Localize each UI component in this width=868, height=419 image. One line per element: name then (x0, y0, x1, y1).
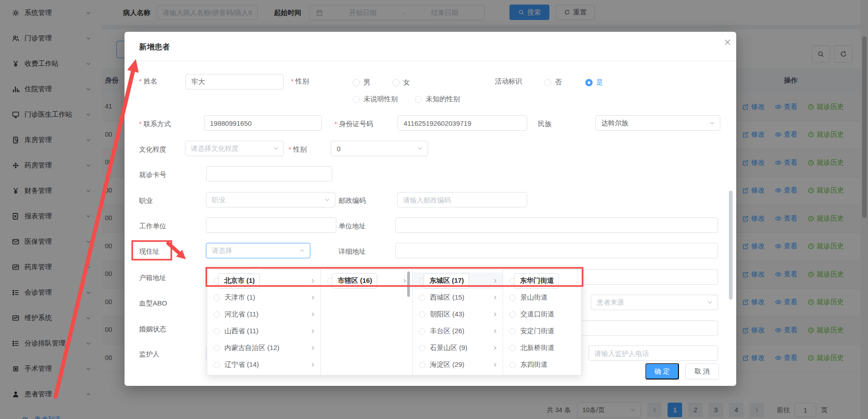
chevron-right-icon (310, 328, 316, 334)
radio-icon (419, 328, 425, 335)
cascader-column-scrollbar[interactable] (407, 271, 410, 297)
contact-input[interactable] (204, 115, 322, 131)
cascader-option-label: 山西省 (11) (224, 327, 259, 335)
chevron-right-icon (310, 362, 316, 368)
idcard-label: 身份证号码 (334, 120, 373, 128)
confirm-button[interactable]: 确 定 (645, 363, 679, 380)
cascader-option-label: 交道口街道 (520, 310, 554, 319)
cascader-option[interactable]: 河北省 (11) (207, 306, 320, 323)
radio-icon (419, 362, 425, 368)
name-input[interactable] (185, 74, 284, 89)
detail-addr-input[interactable] (395, 243, 718, 258)
occupation-select[interactable]: 职业 (206, 192, 335, 207)
cascader-option[interactable]: 市辖区 (16) (321, 272, 412, 289)
gender2-select[interactable]: 0 (331, 141, 428, 156)
gender2-value: 0 (337, 145, 340, 153)
cascader-option[interactable]: 景山街道 (503, 289, 581, 306)
gender-radio-unknown[interactable]: 未知的性别 (415, 95, 460, 104)
gender-radio-male[interactable]: 男 (353, 78, 370, 87)
radio-icon (509, 362, 516, 368)
cancel-button[interactable]: 取 消 (685, 363, 719, 380)
blood-type-label: 血型ABO (139, 299, 167, 308)
current-address-cascader[interactable]: 请选择 (206, 243, 310, 258)
cascader-option-label: 市辖区 (16) (332, 273, 377, 289)
guardian-label: 监护人 (139, 350, 160, 359)
cascader-option[interactable]: 东华门街道 (503, 272, 581, 289)
radio-icon (415, 96, 422, 103)
cascader-option[interactable]: 交道口街道 (503, 306, 581, 323)
marital-label: 婚姻状态 (139, 325, 166, 334)
cascader-option[interactable]: 内蒙古自治区 (12) (207, 340, 320, 356)
cascader-option[interactable]: 东四街道 (503, 356, 581, 373)
idcard-input[interactable] (398, 115, 527, 131)
address-cascader-panel: 北京市 (1) 天津市 (1) 河北省 (11) 山西省 (207, 269, 582, 375)
cascader-option[interactable]: 天津市 (1) (207, 289, 320, 306)
radio-selected-icon (585, 79, 593, 86)
cascader-option[interactable]: 北京市 (1) (207, 272, 320, 289)
cascader-option[interactable]: 朝阳区 (43) (413, 306, 503, 323)
chevron-right-icon (492, 345, 498, 351)
modal-divider (125, 61, 736, 61)
cascader-option-label: 西城区 (15) (430, 293, 464, 302)
radio-label: 未知的性别 (426, 95, 460, 104)
radio-icon (509, 295, 516, 301)
radio-icon (353, 79, 360, 86)
gender2-label: 性别 (289, 145, 307, 154)
radio-label: 是 (596, 78, 603, 87)
postal-input[interactable] (397, 192, 527, 207)
cascader-option[interactable]: 西城区 (15) (413, 289, 503, 306)
radio-label: 女 (403, 78, 410, 87)
radio-icon (214, 328, 220, 335)
active-radio-yes[interactable]: 是 (585, 78, 603, 87)
radio-label: 否 (555, 78, 562, 87)
cascader-option[interactable]: 辽宁省 (14) (207, 356, 320, 373)
education-placeholder: 请选择文化程度 (191, 144, 239, 153)
modal-title: 新增患者 (139, 42, 170, 52)
guardian-phone-input[interactable] (589, 345, 718, 361)
cascader-option[interactable]: 北新桥街道 (503, 340, 581, 356)
chevron-right-icon (492, 295, 498, 301)
active-radio-no[interactable]: 否 (544, 78, 562, 87)
close-icon[interactable] (722, 36, 733, 48)
radio-icon (214, 295, 220, 301)
chevron-right-icon (310, 295, 316, 301)
work-addr-input[interactable] (395, 217, 718, 233)
patient-source-select[interactable]: 患者来源 (591, 295, 718, 310)
cascader-option-label: 内蒙古自治区 (12) (224, 344, 279, 352)
ethnic-value: 达斡尔族 (601, 119, 629, 128)
card-number-input[interactable] (206, 166, 332, 182)
ethnic-select[interactable]: 达斡尔族 (595, 115, 720, 131)
radio-icon (419, 345, 425, 351)
cascader-option-label: 安定门街道 (520, 327, 554, 335)
gender-radio-unexplained[interactable]: 未说明性别 (353, 95, 398, 104)
cascader-option-label: 辽宁省 (14) (224, 360, 259, 369)
education-select[interactable]: 请选择文化程度 (185, 141, 284, 156)
active-flag-label: 活动标识 (495, 77, 522, 86)
work-unit-input[interactable] (206, 217, 336, 233)
cascader-option-label: 河北省 (11) (224, 310, 259, 319)
cascader-option[interactable]: 山西省 (11) (207, 323, 320, 340)
occupation-placeholder: 职业 (212, 196, 225, 204)
cascader-option-label: 朝阳区 (43) (430, 310, 464, 319)
cascader-option-label: 天津市 (1) (224, 293, 255, 302)
occupation-label: 职业 (139, 197, 153, 205)
work-unit-label: 工作单位 (139, 222, 166, 231)
gender-radio-female[interactable]: 女 (392, 78, 410, 87)
cascader-option[interactable]: 海淀区 (29) (413, 356, 503, 373)
modal-scrollbar[interactable] (729, 191, 733, 300)
cascader-option-label: 海淀区 (29) (430, 360, 464, 369)
cascader-option[interactable]: 东城区 (17) (413, 272, 503, 289)
cascader-option-label: 东四街道 (520, 360, 548, 369)
cascader-option[interactable]: 安定门街道 (503, 323, 581, 340)
chevron-right-icon (492, 278, 498, 284)
current-address-label: 现住址 (139, 247, 160, 256)
cascader-option[interactable]: 石景山区 (9) (413, 340, 503, 356)
radio-icon (509, 311, 516, 318)
chevron-up-icon (299, 247, 305, 254)
radio-label: 未说明性别 (364, 95, 398, 104)
cascader-option[interactable]: 丰台区 (26) (413, 323, 503, 340)
cascader-option-label: 北新桥街道 (520, 344, 554, 352)
radio-icon (392, 79, 399, 86)
radio-icon (353, 96, 360, 103)
chevron-right-icon (310, 311, 316, 317)
